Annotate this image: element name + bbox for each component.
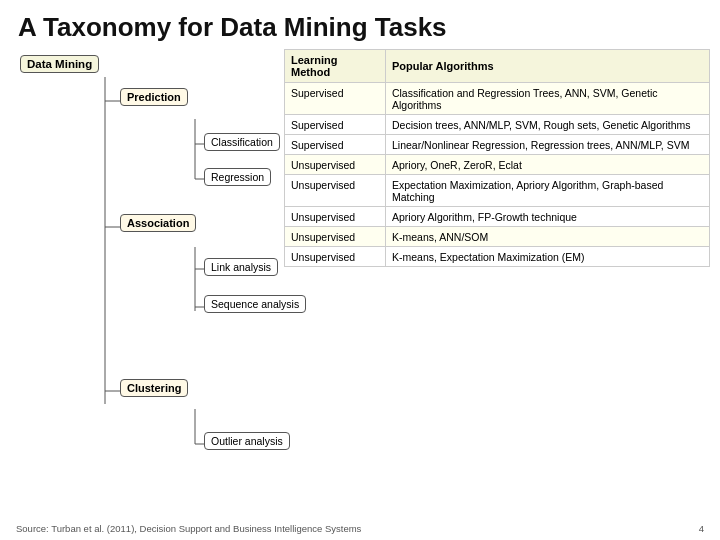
cell-algorithms: Linear/Nonlinear Regression, Regression … bbox=[385, 135, 709, 155]
node-association: Association bbox=[120, 214, 196, 232]
node-data-mining: Data Mining bbox=[20, 55, 99, 73]
table-row: UnsupervisedK-means, ANN/SOM bbox=[285, 227, 710, 247]
table-row: UnsupervisedExpectation Maximization, Ap… bbox=[285, 175, 710, 207]
cell-algorithms: Expectation Maximization, Apriory Algori… bbox=[385, 175, 709, 207]
cell-algorithms: K-means, Expectation Maximization (EM) bbox=[385, 247, 709, 267]
cell-algorithms: Apriory, OneR, ZeroR, Eclat bbox=[385, 155, 709, 175]
cell-learning: Unsupervised bbox=[285, 207, 386, 227]
col-header-learning: Learning Method bbox=[285, 50, 386, 83]
table-row: SupervisedLinear/Nonlinear Regression, R… bbox=[285, 135, 710, 155]
table-row: UnsupervisedApriory Algorithm, FP-Growth… bbox=[285, 207, 710, 227]
cell-learning: Supervised bbox=[285, 83, 386, 115]
taxonomy-tree: Data Mining Prediction Classification Re… bbox=[10, 49, 280, 267]
cell-algorithms: K-means, ANN/SOM bbox=[385, 227, 709, 247]
node-link-analysis: Link analysis bbox=[204, 258, 278, 276]
cell-learning: Unsupervised bbox=[285, 227, 386, 247]
col-header-algorithms: Popular Algorithms bbox=[385, 50, 709, 83]
cell-algorithms: Classification and Regression Trees, ANN… bbox=[385, 83, 709, 115]
node-outlier-analysis: Outlier analysis bbox=[204, 432, 290, 450]
data-table: Learning Method Popular Algorithms Super… bbox=[284, 49, 710, 267]
footer-page: 4 bbox=[699, 523, 704, 534]
footer: Source: Turban et al. (2011), Decision S… bbox=[0, 523, 720, 534]
cell-learning: Unsupervised bbox=[285, 155, 386, 175]
node-sequence-analysis: Sequence analysis bbox=[204, 295, 306, 313]
table-row: UnsupervisedK-means, Expectation Maximiz… bbox=[285, 247, 710, 267]
cell-learning: Unsupervised bbox=[285, 247, 386, 267]
cell-learning: Unsupervised bbox=[285, 175, 386, 207]
node-clustering: Clustering bbox=[120, 379, 188, 397]
cell-learning: Supervised bbox=[285, 135, 386, 155]
node-prediction: Prediction bbox=[120, 88, 188, 106]
cell-algorithms: Apriory Algorithm, FP-Growth technique bbox=[385, 207, 709, 227]
footer-source: Source: Turban et al. (2011), Decision S… bbox=[16, 523, 361, 534]
table-row: SupervisedDecision trees, ANN/MLP, SVM, … bbox=[285, 115, 710, 135]
node-classification: Classification bbox=[204, 133, 280, 151]
taxonomy-table: Learning Method Popular Algorithms Super… bbox=[284, 49, 710, 267]
node-regression: Regression bbox=[204, 168, 271, 186]
table-row: SupervisedClassification and Regression … bbox=[285, 83, 710, 115]
page-title: A Taxonomy for Data Mining Tasks bbox=[0, 0, 720, 49]
cell-learning: Supervised bbox=[285, 115, 386, 135]
cell-algorithms: Decision trees, ANN/MLP, SVM, Rough sets… bbox=[385, 115, 709, 135]
table-row: UnsupervisedApriory, OneR, ZeroR, Eclat bbox=[285, 155, 710, 175]
